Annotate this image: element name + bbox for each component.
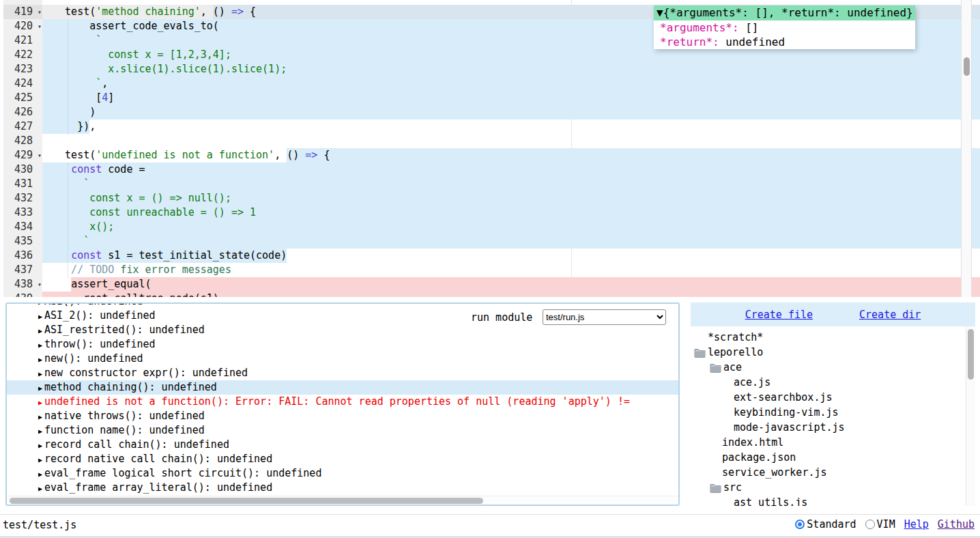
keybinding-vim-option[interactable]: VIM bbox=[865, 518, 895, 530]
radio-vim-label[interactable]: VIM bbox=[877, 518, 895, 530]
file-tree-scrollbar[interactable] bbox=[966, 326, 975, 506]
test-result-item[interactable]: ▶native throws(): undefined bbox=[7, 409, 678, 423]
code-line[interactable]: assert_equal( bbox=[42, 277, 980, 292]
expand-arrow-icon[interactable]: ▶ bbox=[38, 470, 42, 478]
github-link[interactable]: Github bbox=[938, 518, 975, 530]
tree-file-item[interactable]: index.html bbox=[691, 435, 966, 450]
run-module-select[interactable]: test/run.js bbox=[543, 309, 666, 325]
test-result-item[interactable]: ▶new(): undefined bbox=[7, 352, 678, 366]
code-line[interactable]: const s1 = test_initial_state(code) bbox=[42, 249, 980, 263]
test-result-item[interactable]: ▶method chaining(): undefined bbox=[7, 380, 678, 395]
tree-folder-item[interactable]: src bbox=[691, 480, 966, 495]
code-line[interactable]: root_calltree_node(s1) bbox=[42, 292, 980, 297]
expand-arrow-icon[interactable]: ▶ bbox=[38, 384, 42, 392]
tree-file-item[interactable]: mode-javascript.js bbox=[691, 420, 966, 435]
code-line[interactable]: const unreachable = () => 1 bbox=[42, 206, 980, 220]
line-number[interactable]: 435 bbox=[3, 234, 42, 249]
line-number[interactable]: 431 bbox=[3, 177, 42, 191]
tree-file-item[interactable]: service_worker.js bbox=[691, 465, 966, 480]
code-editor[interactable]: 419▾420▾421422423424425426427428429▾4304… bbox=[0, 0, 980, 297]
code-line[interactable]: [4] bbox=[42, 91, 980, 105]
radio-standard-icon[interactable] bbox=[795, 520, 805, 529]
line-number[interactable]: 437 bbox=[3, 263, 42, 277]
line-number[interactable]: 433 bbox=[3, 206, 42, 220]
code-line[interactable]: `, bbox=[42, 76, 980, 91]
expand-arrow-icon[interactable]: ▶ bbox=[38, 356, 42, 363]
line-number[interactable]: 432 bbox=[3, 191, 42, 206]
tree-file-item[interactable]: ext-searchbox.js bbox=[691, 390, 966, 405]
fold-arrow-icon[interactable]: ▾ bbox=[38, 19, 42, 33]
tree-folder-item[interactable]: leporello bbox=[691, 345, 966, 360]
test-result-item[interactable]: ▶record native call chain(): undefined bbox=[7, 452, 678, 466]
code-line[interactable]: x(); bbox=[42, 220, 980, 234]
file-tree-scrollbar-thumb[interactable] bbox=[968, 329, 974, 380]
help-link[interactable]: Help bbox=[904, 518, 929, 530]
create-file-link[interactable]: Create file bbox=[745, 309, 813, 321]
line-number[interactable]: 420▾ bbox=[3, 19, 42, 33]
test-result-item[interactable]: ▶eval_frame array_literal(): undefined bbox=[7, 481, 678, 495]
code-line[interactable]: // TODO fix error messages bbox=[42, 263, 980, 277]
code-line[interactable]: const x = [1,2,3,4]; bbox=[42, 48, 980, 62]
line-number[interactable]: 427 bbox=[3, 119, 42, 134]
tree-file-item[interactable]: ace.js bbox=[691, 375, 966, 390]
expand-arrow-icon[interactable]: ▶ bbox=[38, 327, 42, 335]
fold-arrow-icon[interactable]: ▾ bbox=[38, 5, 42, 19]
fold-arrow-icon[interactable]: ▾ bbox=[38, 277, 42, 292]
line-number[interactable]: 426 bbox=[3, 105, 42, 119]
code-line[interactable]: test('undefined is not a function', () =… bbox=[42, 148, 980, 162]
expand-arrow-icon[interactable]: ▶ bbox=[38, 456, 42, 464]
test-result-item[interactable]: ▶ASI(): undefined bbox=[7, 302, 678, 309]
create-dir-link[interactable]: Create dir bbox=[859, 309, 921, 321]
radio-vim-icon[interactable] bbox=[865, 520, 875, 529]
value-inspector-summary[interactable]: ▼{*arguments*: [], *return*: undefined} bbox=[654, 5, 915, 20]
radio-standard-label[interactable]: Standard bbox=[807, 518, 856, 530]
test-result-item[interactable]: ▶undefined is not a function(): Error: F… bbox=[7, 395, 678, 409]
expand-arrow-icon[interactable]: ▶ bbox=[38, 442, 42, 449]
output-horizontal-scrollbar[interactable] bbox=[7, 496, 678, 505]
code-line[interactable]: }), bbox=[42, 119, 980, 134]
line-number[interactable]: 439 bbox=[3, 292, 42, 297]
test-result-item[interactable]: ▶new constructor expr(): undefined bbox=[7, 366, 678, 380]
line-number[interactable]: 434 bbox=[3, 220, 42, 234]
line-number[interactable]: 438▾ bbox=[3, 277, 42, 292]
output-scrollbar-thumb[interactable] bbox=[10, 498, 483, 504]
line-number[interactable]: 428 bbox=[3, 134, 42, 148]
code-line[interactable]: const code = bbox=[42, 162, 980, 177]
keybinding-standard-option[interactable]: Standard bbox=[795, 518, 856, 530]
editor-scrollbar-thumb[interactable] bbox=[964, 57, 970, 76]
test-result-item[interactable]: ▶eval_frame logical short circuit(): und… bbox=[7, 466, 678, 481]
fold-arrow-icon[interactable]: ▾ bbox=[38, 148, 42, 162]
code-line[interactable]: ` bbox=[42, 234, 980, 249]
line-number[interactable]: 436 bbox=[3, 249, 42, 263]
line-number[interactable]: 422 bbox=[3, 48, 42, 62]
line-number[interactable]: 430 bbox=[3, 162, 42, 177]
test-result-item[interactable]: ▶ASI_restrited(): undefined bbox=[7, 323, 678, 337]
line-number[interactable]: 419▾ bbox=[3, 5, 42, 19]
line-number[interactable]: 423 bbox=[3, 62, 42, 76]
code-line[interactable]: x.slice(1).slice(1).slice(1); bbox=[42, 62, 980, 76]
test-result-item[interactable]: ▶record call chain(): undefined bbox=[7, 438, 678, 452]
expand-arrow-icon[interactable]: ▶ bbox=[38, 399, 42, 406]
code-line[interactable] bbox=[42, 134, 980, 148]
tree-file-item[interactable]: package.json bbox=[691, 450, 966, 465]
expand-arrow-icon[interactable]: ▶ bbox=[38, 485, 42, 492]
line-number[interactable]: 429▾ bbox=[3, 148, 42, 162]
tree-file-item[interactable]: keybinding-vim.js bbox=[691, 405, 966, 420]
expand-arrow-icon[interactable]: ▶ bbox=[38, 341, 42, 349]
expand-arrow-icon[interactable]: ▶ bbox=[38, 313, 42, 320]
test-result-item[interactable]: ▶throw(): undefined bbox=[7, 337, 678, 352]
test-result-item[interactable]: ▶function name(): undefined bbox=[7, 423, 678, 438]
tree-file-item[interactable]: *scratch* bbox=[691, 330, 966, 345]
expand-arrow-icon[interactable]: ▶ bbox=[38, 427, 42, 435]
line-number[interactable]: 421 bbox=[3, 33, 42, 48]
code-line[interactable]: ) bbox=[42, 105, 980, 119]
editor-scrollbar[interactable] bbox=[961, 0, 972, 297]
tree-folder-item[interactable]: ace bbox=[691, 360, 966, 375]
line-number[interactable]: 424 bbox=[3, 76, 42, 91]
code-line[interactable]: ` bbox=[42, 177, 980, 191]
tree-file-item[interactable]: ast_utils.js bbox=[691, 495, 966, 506]
code-line[interactable]: const x = () => null(); bbox=[42, 191, 980, 206]
expand-arrow-icon[interactable]: ▶ bbox=[38, 370, 42, 378]
expand-arrow-icon[interactable]: ▶ bbox=[38, 302, 42, 306]
expand-arrow-icon[interactable]: ▶ bbox=[38, 413, 42, 421]
